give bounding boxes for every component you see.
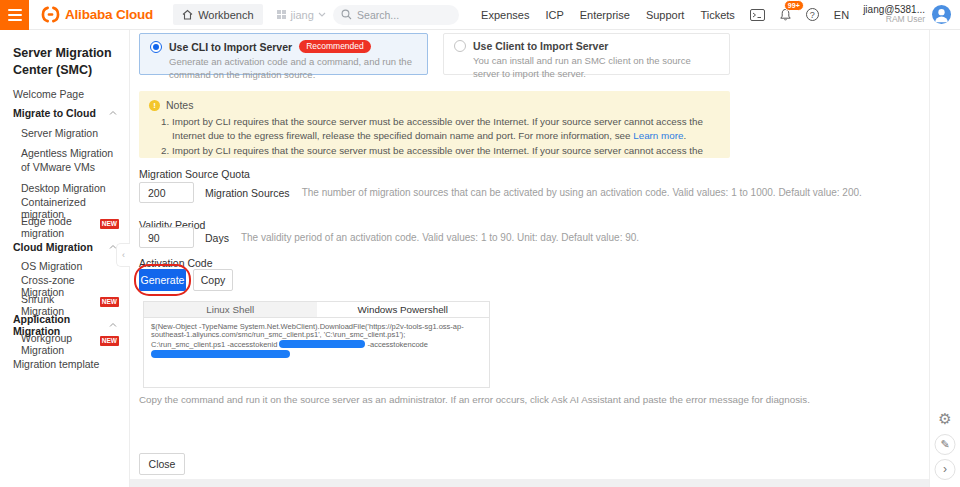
client-card-title: Use Client to Import Server <box>473 40 608 52</box>
menu-support[interactable]: Support <box>646 9 685 21</box>
radio-selected-icon[interactable] <box>150 41 162 53</box>
sidebar-item-migration-template[interactable]: Migration template <box>0 354 129 374</box>
caret-up-icon <box>109 322 117 327</box>
help-icon[interactable]: ? <box>806 8 819 21</box>
new-badge: NEW <box>100 336 119 346</box>
top-navigation-bar: Alibaba Cloud Workbench jiang Expenses I… <box>0 0 960 30</box>
quota-label: Migration Source Quota <box>139 168 250 180</box>
shell-tabs: Linux Shell Windows Powershell <box>143 301 490 318</box>
user-role: RAM User <box>863 15 925 24</box>
expand-panel-chevron-icon[interactable]: › <box>935 459 956 480</box>
quota-description: The number of migration sources that can… <box>302 187 862 198</box>
command-line-4 <box>151 349 482 359</box>
learn-more-link[interactable]: Learn more <box>633 130 683 141</box>
menu-enterprise[interactable]: Enterprise <box>580 9 630 21</box>
command-line-2: southeast-1.aliyuncs.com/smc/run_smc_cli… <box>151 331 482 339</box>
command-line-3: C:\run_smc_client.ps1 -accesstokenid -ac… <box>151 340 482 349</box>
grid-icon <box>276 9 287 20</box>
validity-unit: Days <box>205 232 229 244</box>
search-icon <box>341 9 352 20</box>
menu-expenses[interactable]: Expenses <box>481 9 529 21</box>
validity-row: Days The validity period of an activatio… <box>139 227 639 248</box>
tab-linux-shell[interactable]: Linux Shell <box>144 302 317 317</box>
notes-warning-icon: ! <box>149 100 160 111</box>
alibaba-cloud-logo[interactable]: Alibaba Cloud <box>40 6 153 23</box>
caret-up-icon <box>109 111 117 116</box>
quota-row: Migration Sources The number of migratio… <box>139 182 862 203</box>
main-content: Use CLI to Import Server Recommended Gen… <box>131 30 929 487</box>
home-icon <box>182 9 193 20</box>
generate-button[interactable]: Generate <box>139 269 186 291</box>
redacted-access-token-code <box>151 350 290 358</box>
account-switcher[interactable]: jiang <box>276 9 326 21</box>
page-bottom-strip <box>120 479 930 487</box>
validity-input[interactable] <box>139 227 194 248</box>
validity-description: The validity period of an activation cod… <box>241 232 639 243</box>
import-method-client-card[interactable]: Use Client to Import Server You can inst… <box>443 33 730 75</box>
import-method-cli-card[interactable]: Use CLI to Import Server Recommended Gen… <box>139 33 428 75</box>
note-item-1: Import by CLI requires that the source s… <box>172 115 720 143</box>
radio-unselected-icon[interactable] <box>454 40 466 52</box>
sidebar-section-cloud-migration[interactable]: Cloud Migration <box>0 237 129 257</box>
sidebar-item-server-migration[interactable]: Server Migration <box>0 123 129 143</box>
command-instructions: Copy the command and run it on the sourc… <box>139 394 810 405</box>
menu-tickets[interactable]: Tickets <box>700 9 734 21</box>
settings-gear-icon[interactable]: ⚙ <box>938 411 951 427</box>
menu-icp[interactable]: ICP <box>545 9 563 21</box>
avatar[interactable] <box>932 5 951 24</box>
alibaba-cloud-logo-icon <box>40 6 61 23</box>
account-switcher-label: jiang <box>291 9 314 21</box>
cli-card-title: Use CLI to Import Server <box>169 41 292 53</box>
chevron-down-icon <box>318 12 326 17</box>
copy-button[interactable]: Copy <box>193 269 233 291</box>
note-item-2: Import by CLI requires that the source s… <box>172 144 720 158</box>
cli-card-description: Generate an activation code and a comman… <box>169 55 417 81</box>
quota-unit: Migration Sources <box>205 187 290 199</box>
sidebar-item-welcome-page[interactable]: Welcome Page <box>0 84 129 104</box>
workbench-label: Workbench <box>198 9 253 21</box>
notes-title: Notes <box>166 99 193 111</box>
sidebar-item-edge-node-migration[interactable]: Edge node migration NEW <box>0 218 129 238</box>
new-badge: NEW <box>100 297 119 307</box>
notifications-bell-icon[interactable]: 99+ <box>779 8 792 21</box>
sidebar-collapse-handle[interactable]: ‹ <box>116 243 130 267</box>
notification-count-badge: 99+ <box>784 0 804 11</box>
right-utility-rail: ⚙ ✎ › <box>929 30 960 487</box>
sidebar: Server Migration Center (SMC) Welcome Pa… <box>0 30 130 487</box>
sidebar-item-workgroup-migration[interactable]: Workgroup Migration NEW <box>0 335 129 355</box>
user-account[interactable]: jiang@5381... RAM User <box>863 4 925 24</box>
hamburger-menu-icon[interactable] <box>0 0 29 30</box>
close-button[interactable]: Close <box>139 453 185 475</box>
global-search[interactable] <box>333 5 459 25</box>
feedback-pencil-icon[interactable]: ✎ <box>935 434 956 455</box>
sidebar-product-title: Server Migration Center (SMC) <box>13 45 119 79</box>
recommended-badge: Recommended <box>299 40 371 53</box>
workbench-button[interactable]: Workbench <box>173 4 262 25</box>
redacted-access-token-id <box>279 340 365 348</box>
activation-code-label: Activation Code <box>139 257 213 269</box>
client-card-description: You can install and run an SMC client on… <box>473 54 719 80</box>
new-badge: NEW <box>100 219 119 229</box>
command-code-block[interactable]: $(New-Object -TypeName System.Net.WebCli… <box>143 318 490 388</box>
sidebar-item-agentless-migration[interactable]: Agentless Migration of VMware VMs <box>0 143 129 179</box>
search-input[interactable] <box>357 9 447 21</box>
sidebar-nav: Welcome Page Migrate to Cloud Server Mig… <box>0 84 129 374</box>
sidebar-section-migrate-to-cloud[interactable]: Migrate to Cloud <box>0 104 129 124</box>
quota-input[interactable] <box>139 182 194 203</box>
logo-text: Alibaba Cloud <box>65 7 153 22</box>
top-menu: Expenses ICP Enterprise Support Tickets <box>473 9 743 21</box>
language-selector[interactable]: EN <box>834 9 849 21</box>
notes-panel: ! Notes Import by CLI requires that the … <box>139 91 730 158</box>
tab-windows-powershell[interactable]: Windows Powershell <box>317 302 490 317</box>
cloud-shell-icon[interactable] <box>750 9 765 21</box>
